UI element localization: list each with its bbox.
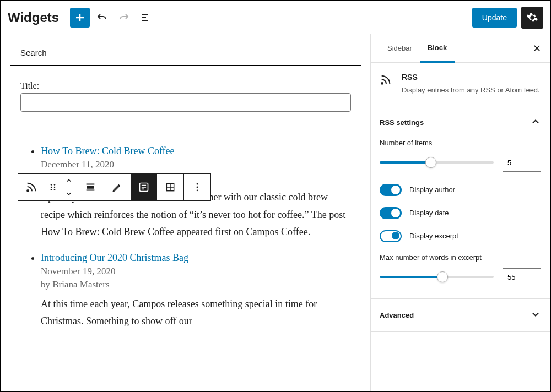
grid-view-mode-button[interactable] [157,174,183,200]
settings-sidebar: Sidebar Block ✕ RSS Display entries from… [370,34,550,391]
settings-button[interactable] [521,7,543,29]
rss-settings-heading: RSS settings [380,118,424,127]
num-items-input[interactable] [503,154,541,172]
rss-item-title[interactable]: How To Brew: Cold Brew Coffee [41,145,175,156]
display-author-toggle[interactable] [380,184,402,196]
editor-canvas[interactable]: Search Title: [1,34,370,391]
tab-block[interactable]: Block [420,35,455,63]
svg-point-4 [54,184,56,186]
tab-sidebar[interactable]: Sidebar [380,35,420,61]
move-up-button[interactable] [61,174,77,187]
svg-point-10 [197,183,198,185]
advanced-panel-toggle[interactable]: Advanced [371,299,550,331]
display-author-label: Display author [409,186,455,194]
chevron-down-icon [530,309,541,322]
drag-handle-icon[interactable] [45,174,61,200]
more-options-button[interactable] [184,174,210,200]
svg-point-11 [197,187,198,188]
max-words-input[interactable] [503,268,541,286]
rss-item-date: November 19, 2020 [41,266,350,277]
svg-point-6 [54,189,56,190]
svg-point-13 [381,83,383,84]
block-description: Display entries from any RSS or Atom fee… [402,85,540,96]
undo-button[interactable] [92,8,112,28]
rss-item-title[interactable]: Introducing Our 2020 Christmas Bag [41,252,188,263]
rss-block[interactable]: How To Brew: Cold Brew Coffee December 1… [10,129,361,363]
list-view-button[interactable] [136,8,156,28]
rss-item-author: by Briana Masters [41,279,350,290]
display-date-toggle[interactable] [380,207,402,219]
align-button[interactable] [77,174,104,200]
svg-point-2 [51,187,52,188]
svg-point-3 [51,189,52,190]
update-button[interactable]: Update [472,8,517,28]
list-view-mode-button[interactable] [131,174,157,200]
display-date-label: Display date [409,209,449,217]
rss-icon [380,73,395,96]
num-items-label: Number of items [380,139,541,147]
svg-point-0 [27,190,29,192]
move-down-button[interactable] [61,187,77,200]
add-block-button[interactable] [70,8,90,28]
rss-settings-toggle[interactable]: RSS settings [371,106,550,139]
svg-point-12 [197,189,198,191]
chevron-up-icon [530,116,541,129]
advanced-heading: Advanced [380,311,414,319]
block-toolbar [18,173,211,201]
block-name: RSS [402,73,540,81]
search-widget-header: Search [10,40,361,66]
rss-item: Introducing Our 2020 Christmas Bag Novem… [41,252,350,330]
search-widget-panel[interactable]: Search Title: [10,40,361,122]
display-excerpt-label: Display excerpt [409,232,458,240]
svg-point-1 [51,184,52,186]
page-title: Widgets [8,10,59,25]
svg-point-5 [54,187,56,188]
max-words-label: Max number of words in excerpt [380,253,541,262]
title-label: Title: [20,81,39,90]
rss-item-excerpt: At this time each year, Campos releases … [41,296,350,330]
max-words-slider[interactable] [380,276,494,278]
redo-button[interactable] [114,8,134,28]
title-input[interactable] [20,93,351,112]
block-type-rss-icon[interactable] [18,174,45,200]
svg-rect-7 [88,186,94,188]
rss-item-date: December 11, 2020 [41,159,350,170]
num-items-slider[interactable] [380,161,494,164]
display-excerpt-toggle[interactable] [380,230,402,242]
close-sidebar-button[interactable]: ✕ [533,42,541,55]
edit-url-button[interactable] [104,174,131,200]
